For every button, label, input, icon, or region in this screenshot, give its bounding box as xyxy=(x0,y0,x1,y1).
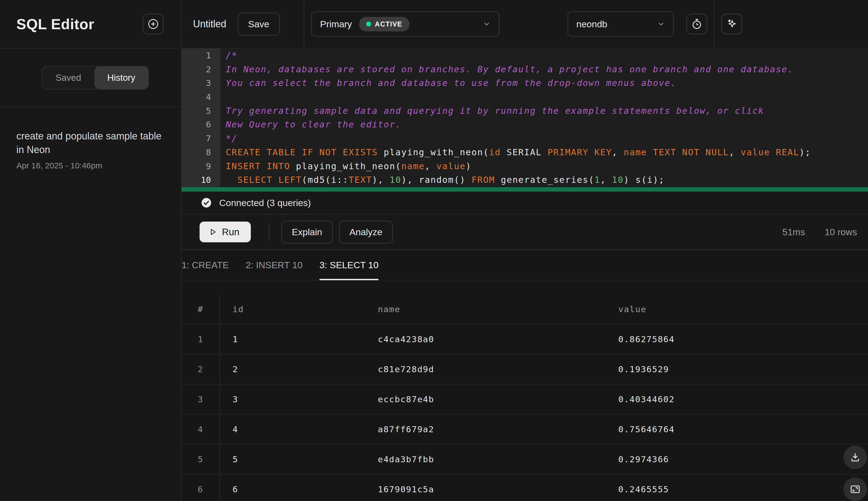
page-title: SQL Editor xyxy=(17,15,94,32)
editor-resize-handle[interactable] xyxy=(182,187,868,192)
table-cell: 3 xyxy=(182,384,220,414)
line-number: 8 xyxy=(182,146,211,159)
table-cell: a87ff679a2 xyxy=(358,414,598,444)
line-number: 1 xyxy=(182,49,211,63)
column-header: name xyxy=(358,295,598,324)
table-row: 11c4ca4238a00.86275864 xyxy=(182,324,868,354)
table-cell: 0.1936529 xyxy=(598,354,868,384)
toolbar-query-section: Untitled Save xyxy=(182,0,304,48)
results-table: #idnamevalue 11c4ca4238a00.8627586422c81… xyxy=(182,295,868,501)
download-results-button[interactable] xyxy=(844,446,867,469)
table-row: 22c81e728d9d0.1936529 xyxy=(182,354,868,384)
main-panel: Untitled Save Primary ACTIVE neondb xyxy=(182,0,868,501)
code-line: INSERT INTO playing_with_neon(name, valu… xyxy=(226,159,868,173)
result-tab-3[interactable]: 3: SELECT 10 xyxy=(319,250,379,280)
explain-button[interactable]: Explain xyxy=(281,221,332,243)
code-line: CREATE TABLE IF NOT EXISTS playing_with_… xyxy=(226,146,868,159)
table-row: 661679091c5a0.2465555 xyxy=(182,474,868,501)
history-item[interactable]: create and populate sample table in Neon… xyxy=(17,129,165,170)
table-cell: 6 xyxy=(220,474,358,501)
connection-status-bar: Connected (3 queries) xyxy=(182,192,868,214)
table-cell: 1679091c5a xyxy=(358,474,598,501)
table-cell: 0.2465555 xyxy=(598,474,868,501)
results-header-row: #idnamevalue xyxy=(182,295,868,324)
branch-name: Primary xyxy=(320,19,352,30)
column-header: # xyxy=(182,295,220,324)
new-query-button[interactable] xyxy=(143,14,164,34)
analyze-button[interactable]: Analyze xyxy=(339,221,393,243)
code-line: /* xyxy=(226,49,868,63)
table-row: 44a87ff679a20.75646764 xyxy=(182,414,868,444)
result-tab-2[interactable]: 2: INSERT 10 xyxy=(246,250,303,280)
database-name: neondb xyxy=(576,19,607,30)
table-cell: 1 xyxy=(182,324,220,354)
table-cell: 4 xyxy=(182,414,220,444)
stopwatch-icon xyxy=(691,18,703,30)
fullscreen-icon xyxy=(849,483,861,495)
plus-circle-icon xyxy=(147,18,159,30)
line-number: 2 xyxy=(182,63,211,76)
line-number: 6 xyxy=(182,118,211,131)
code-line: Try generating sample data and querying … xyxy=(226,104,868,118)
branch-status-label: ACTIVE xyxy=(375,20,403,28)
result-tab-1[interactable]: 1: CREATE xyxy=(182,250,229,280)
table-cell: 5 xyxy=(182,444,220,474)
table-row: 33eccbc87e4b0.40344602 xyxy=(182,384,868,414)
branch-select[interactable]: Primary ACTIVE xyxy=(311,11,499,36)
code-lines: /*In Neon, databases are stored on branc… xyxy=(220,49,868,187)
line-number: 3 xyxy=(182,76,211,90)
code-line: */ xyxy=(226,131,868,146)
table-cell: 2 xyxy=(220,354,358,384)
query-history-timer-button[interactable] xyxy=(686,14,707,34)
history-list: create and populate sample table in Neon… xyxy=(0,107,181,193)
expand-results-button[interactable] xyxy=(844,478,867,501)
sql-editor-app: SQL Editor Saved History create and popu… xyxy=(0,0,868,501)
code-line: In Neon, databases are stored on branche… xyxy=(226,63,868,76)
run-button[interactable]: Run xyxy=(199,222,251,242)
code-line: New Query to clear the editor. xyxy=(226,118,868,131)
code-line: SELECT LEFT(md5(i::TEXT), 10), random() … xyxy=(226,173,868,187)
table-cell: 0.75646764 xyxy=(598,414,868,444)
table-cell: eccbc87e4b xyxy=(358,384,598,414)
sql-code-editor[interactable]: 12345678910 /*In Neon, databases are sto… xyxy=(182,49,868,187)
chevron-down-icon xyxy=(657,20,665,28)
query-actions-bar: Run Explain Analyze 51ms 10 rows xyxy=(182,214,868,250)
query-row-count: 10 rows xyxy=(825,227,857,237)
tab-history[interactable]: History xyxy=(94,66,149,89)
table-row: 55e4da3b7fbb0.2974366 xyxy=(182,444,868,474)
line-number: 7 xyxy=(182,131,211,146)
line-number: 5 xyxy=(182,104,211,118)
download-icon xyxy=(849,451,861,463)
query-name: Untitled xyxy=(193,18,226,30)
active-status-dot xyxy=(366,22,371,26)
tab-saved[interactable]: Saved xyxy=(43,66,94,89)
play-icon xyxy=(209,228,217,236)
sparkles-icon xyxy=(726,18,738,30)
table-cell: 6 xyxy=(182,474,220,501)
database-select[interactable]: neondb xyxy=(568,11,674,36)
chevron-down-icon xyxy=(483,20,491,28)
table-cell: 1 xyxy=(220,324,358,354)
sidebar-header: SQL Editor xyxy=(0,0,181,49)
table-cell: 0.86275864 xyxy=(598,324,868,354)
connection-status-text: Connected (3 queries) xyxy=(219,198,311,208)
sidebar: SQL Editor Saved History create and popu… xyxy=(0,0,182,501)
column-header: value xyxy=(598,295,868,324)
toolbar: Untitled Save Primary ACTIVE neondb xyxy=(182,0,868,49)
branch-status-badge: ACTIVE xyxy=(359,17,409,31)
ai-assist-button[interactable] xyxy=(721,14,742,34)
history-item-date: Apr 16, 2025 - 10:46pm xyxy=(17,161,165,170)
line-number: 10 xyxy=(182,173,211,187)
results-body: 11c4ca4238a00.8627586422c81e728d9d0.1936… xyxy=(182,324,868,501)
table-cell: 0.40344602 xyxy=(598,384,868,414)
check-circle-icon xyxy=(201,197,212,209)
save-button[interactable]: Save xyxy=(238,13,280,35)
table-cell: 4 xyxy=(220,414,358,444)
table-cell: c81e728d9d xyxy=(358,354,598,384)
gutter: 12345678910 xyxy=(182,49,220,187)
table-cell: 2 xyxy=(182,354,220,384)
table-cell: c4ca4238a0 xyxy=(358,324,598,354)
line-number: 4 xyxy=(182,90,211,104)
history-item-title: create and populate sample table in Neon xyxy=(17,129,165,157)
spacer xyxy=(182,280,868,295)
